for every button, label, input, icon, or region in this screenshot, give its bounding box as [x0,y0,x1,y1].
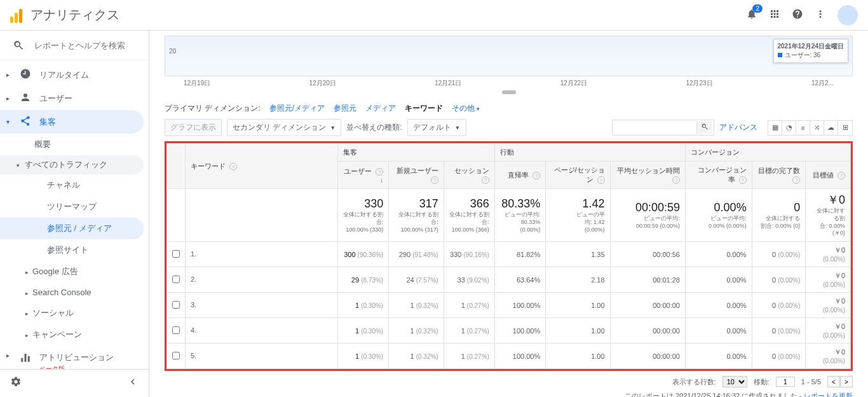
row-checkbox[interactable] [172,301,180,309]
ga-logo[interactable]: アナリティクス [10,6,119,24]
col-users[interactable]: ユーザー ? ↓ [338,162,389,189]
dim-keyword[interactable]: キーワード [405,103,443,114]
table-row[interactable]: 2. 29 (8.73%)24 (7.57%)33 (9.02%)63.64%2… [167,267,851,293]
plot-rows-button: グラフに表示 [165,119,222,136]
chart-x-axis: 12月19日12月20日12月21日12月22日12月23日12月2... [165,76,853,88]
dim-other[interactable]: その他 ▾ [452,103,480,114]
nav-treemap[interactable]: ツリーマップ [44,196,149,218]
notifications-icon[interactable]: 2 [746,8,757,22]
table-search-button[interactable] [696,122,712,134]
collapse-sidebar-icon[interactable] [127,376,139,391]
refresh-report-link[interactable]: レポートを更新 [804,392,853,397]
search-icon [13,39,24,51]
row-checkbox[interactable] [172,326,180,334]
next-page-button[interactable]: > [840,376,853,387]
admin-gear-icon[interactable] [10,376,22,391]
user-icon [19,92,32,105]
app-title: アナリティクス [31,6,119,24]
table-row[interactable]: 3. 1 (0.30%)1 (0.32%)1 (0.27%)100.00%1.0… [167,293,851,318]
nav-ref-media[interactable]: 参照元 / メディア [0,218,144,239]
nav-acquisition[interactable]: ▾ 集客 [0,110,144,134]
nav-label: 集客 [39,116,56,128]
range-label: 1 - 5/5 [801,378,821,386]
sort-type-select[interactable]: デフォルト▼ [407,119,466,136]
view-bar-icon[interactable]: ≡ [796,121,810,135]
nav-google-ads[interactable]: Google 広告 [34,261,149,282]
chevron-right-icon: ▸ [4,95,11,102]
nav-channel[interactable]: チャネル [44,174,149,196]
group-acq: 集客 [338,144,495,162]
view-toggle: ▦ ◔ ≡ ⤮ ☁ ⊞ [768,120,853,136]
nav-all-traffic[interactable]: ▾ すべてのトラフィック [0,155,144,174]
dim-media[interactable]: メディア [365,103,396,114]
nav-label: ユーザー [39,93,72,104]
table-row[interactable]: 4. 1 (0.30%)1 (0.32%)1 (0.27%)100.00%1.0… [167,318,851,344]
chart-canvas[interactable]: 20 2021年12月24日金曜日 ユーザー: 36 [165,36,853,76]
table-row[interactable]: 1. 300 (90.36%)290 (91.48%)330 (90.16%)8… [167,242,851,267]
nav-search-console[interactable]: Search Console [34,282,149,302]
main-content: 20 2021年12月24日金曜日 ユーザー: 36 12月19日12月20日1… [149,31,868,397]
table-row[interactable]: 5. 1 (0.30%)1 (0.32%)1 (0.27%)100.00%1.0… [167,344,851,369]
chart-y-label: 20 [169,48,176,55]
chart-scrub-handle[interactable] [502,90,516,94]
chart-tooltip: 2021年12月24日金曜日 ユーザー: 36 [773,39,849,63]
nav-label: リアルタイム [39,69,89,81]
nav-attribution[interactable]: ▸ アトリビューション ベータ版 [0,345,149,369]
prev-page-button[interactable]: < [827,376,840,387]
avatar[interactable] [837,5,858,25]
nav-social[interactable]: ソーシャル [34,302,149,324]
col-conv-rate[interactable]: コンバージョン率 ? [685,162,752,189]
view-pie-icon[interactable]: ◔ [782,121,796,135]
chevron-right-icon: ▸ [4,352,11,359]
view-cloud-icon[interactable]: ☁ [824,121,838,135]
header-icons: 2 [746,5,858,25]
chevron-down-icon: ▾ [4,118,11,125]
row-checkbox[interactable] [172,275,180,283]
apps-grid-icon[interactable] [769,8,780,22]
col-pages-sess[interactable]: ページ/セッション ? [546,162,610,189]
row-checkbox[interactable] [172,250,180,258]
nav-user[interactable]: ▸ ユーザー [0,87,149,110]
col-avg-dur[interactable]: 平均セッション時間 ? [610,162,685,189]
col-bounce[interactable]: 直帰率 ? [494,162,545,189]
help-icon[interactable] [792,8,803,22]
go-input[interactable] [776,377,795,387]
rows-label: 表示する行数: [672,377,716,387]
nav-realtime[interactable]: ▸ リアルタイム [0,63,149,87]
chart-area: 20 2021年12月24日金曜日 ユーザー: 36 12月19日12月20日1… [149,31,868,97]
dim-label: プライマリ ディメンション: [165,103,261,114]
sidebar-footer [0,369,149,397]
more-vert-icon[interactable] [815,8,826,22]
advanced-link[interactable]: アドバンス [719,122,757,133]
view-pivot-icon[interactable]: ⊞ [838,121,852,135]
rows-select[interactable]: 10 [722,376,747,387]
dim-ref-media[interactable]: 参照元/メディア [269,103,325,114]
nav-overview[interactable]: 概要 [34,134,149,155]
col-sessions[interactable]: セッション ? [444,162,494,189]
table-search-input[interactable] [614,122,696,134]
clock-icon [19,68,32,81]
report-meta: このレポートは 2021/12/25 14:16:32 に作成されました - レ… [149,390,868,397]
col-keyword[interactable]: キーワード ? [186,144,338,189]
view-comparison-icon[interactable]: ⤮ [810,121,824,135]
group-conv: コンバージョン [685,144,850,162]
sort-type-label: 並べ替えの種類: [346,122,402,133]
row-checkbox[interactable] [172,352,180,359]
nav-ref-site[interactable]: 参照サイト [44,239,149,261]
ga-logo-icon [10,8,25,23]
nav-campaign[interactable]: キャンペーン [34,324,149,345]
sidebar: ▸ リアルタイム ▸ ユーザー ▾ 集客 概要 [0,31,149,397]
col-goal-value[interactable]: 目標値 ? [806,162,851,189]
view-table-icon[interactable]: ▦ [768,121,782,135]
help-hint-icon[interactable]: ? [229,163,237,171]
secondary-dimension-select[interactable]: セカンダリ ディメンション▼ [227,119,341,136]
sidebar-search-input[interactable] [34,41,130,50]
dim-ref[interactable]: 参照元 [334,103,356,114]
notification-badge: 2 [752,4,763,13]
col-goal-compl[interactable]: 目標の完了数 ? [752,162,806,189]
summary-row: 330全体に対する割合:100.00% (330) 317全体に対する割合:10… [167,189,851,242]
table-search[interactable] [612,120,714,136]
col-new-users[interactable]: 新規ユーザー ? [389,162,444,189]
attribution-icon [19,352,32,365]
sidebar-search[interactable] [0,31,149,60]
